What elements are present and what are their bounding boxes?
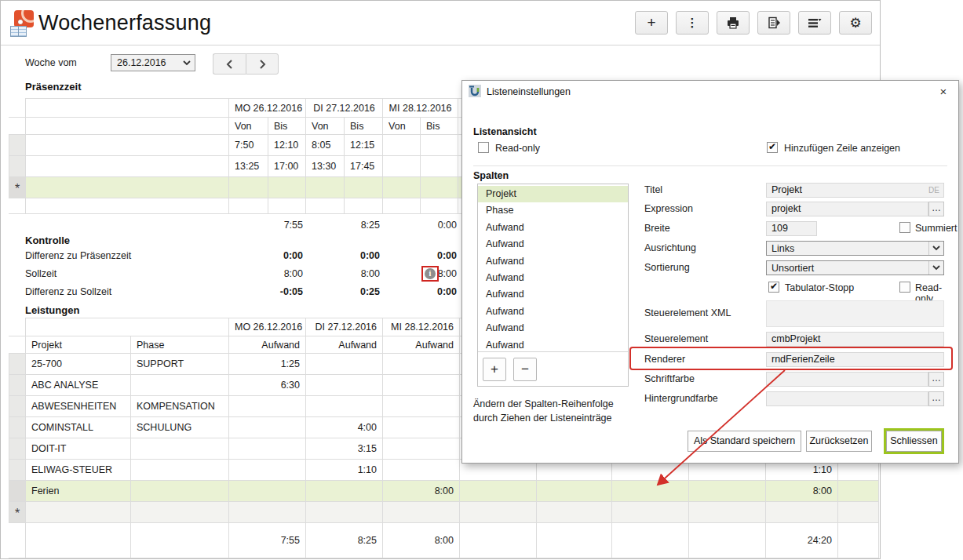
aufwand-cell[interactable] (306, 354, 383, 375)
row-selector[interactable] (9, 460, 26, 481)
new-aufwand-cell[interactable] (537, 502, 612, 523)
export-button[interactable] (757, 11, 790, 35)
aufwand-cell[interactable] (383, 417, 460, 438)
more-button[interactable]: ⋮ (676, 11, 709, 35)
aufwand-cell[interactable] (537, 481, 612, 502)
aufwand-cell[interactable] (689, 481, 766, 502)
projekt-cell[interactable]: Ferien (26, 481, 131, 502)
steuerelement-xml-input[interactable] (766, 300, 944, 327)
time-cell[interactable] (383, 156, 421, 177)
time-cell[interactable]: 7:50 (229, 135, 268, 156)
list-item[interactable]: Aufwand (478, 286, 628, 303)
add-row-marker[interactable]: * (9, 502, 26, 523)
row-selector[interactable] (9, 438, 26, 460)
aufwand-cell[interactable] (612, 481, 689, 502)
list-item[interactable]: Projekt (478, 186, 628, 202)
projekt-cell[interactable]: ABWESENHEITEN (26, 396, 131, 417)
hintergrundfarbe-more-button[interactable]: … (928, 391, 944, 406)
info-icon[interactable]: i (425, 268, 436, 279)
new-phase-cell[interactable] (131, 502, 229, 523)
settings-button[interactable]: ⚙ (839, 11, 872, 35)
aufwand-cell[interactable] (229, 481, 306, 502)
projekt-cell[interactable]: ELIWAG-STEUER (26, 460, 131, 481)
list-item[interactable]: Phase (478, 202, 628, 219)
next-week-button[interactable] (246, 53, 279, 75)
reset-button[interactable]: Zurücksetzen (806, 431, 872, 452)
time-cell[interactable] (421, 156, 458, 177)
time-cell[interactable] (383, 135, 421, 156)
schriftfarbe-more-button[interactable]: … (928, 372, 944, 387)
addrow-checkbox[interactable] (767, 142, 778, 153)
list-item[interactable]: Aufwand (478, 236, 628, 253)
tabstop-checkbox[interactable] (768, 282, 779, 293)
add-row-marker[interactable]: * (9, 177, 26, 198)
expression-input[interactable]: projekt (766, 202, 928, 216)
week-date-dropdown[interactable]: 26.12.2016 (111, 54, 195, 71)
time-cell[interactable]: 13:30 (306, 156, 345, 177)
titel-input[interactable]: ProjektDE (766, 183, 944, 198)
new-time-cell[interactable] (345, 177, 383, 198)
phase-cell[interactable] (131, 438, 229, 460)
phase-cell[interactable]: SCHULUNG (131, 417, 229, 438)
list-item[interactable]: Aufwand (478, 304, 628, 320)
new-aufwand-cell[interactable] (460, 502, 537, 523)
save-default-button[interactable]: Als Standard speichern (688, 431, 801, 452)
time-cell[interactable]: 17:45 (345, 156, 383, 177)
dialog-titlebar[interactable]: Listeneinstellungen × (462, 81, 958, 102)
projekt-cell[interactable]: 25-700 (26, 354, 131, 375)
row-selector[interactable] (9, 156, 26, 177)
new-time-cell[interactable] (268, 177, 306, 198)
aufwand-cell[interactable]: 8:00 (383, 481, 460, 502)
time-cell[interactable] (421, 135, 458, 156)
steuerelement-input[interactable]: cmbProjekt (766, 332, 944, 347)
row-selector[interactable] (9, 135, 26, 156)
previous-week-button[interactable] (213, 53, 246, 75)
aufwand-cell[interactable] (229, 396, 306, 417)
aufwand-cell[interactable] (383, 354, 460, 375)
aufwand-cell[interactable] (383, 375, 460, 396)
aufwand-cell[interactable]: 1:10 (306, 460, 383, 481)
new-time-cell[interactable] (229, 177, 268, 198)
summiert-checkbox[interactable] (899, 222, 910, 233)
row-selector[interactable] (9, 354, 26, 375)
aufwand-cell[interactable] (306, 396, 383, 417)
row-selector[interactable] (9, 481, 26, 502)
aufwand-cell[interactable] (229, 417, 306, 438)
time-cell[interactable]: 13:25 (229, 156, 268, 177)
aufwand-cell[interactable]: 4:00 (306, 417, 383, 438)
new-projekt-cell[interactable] (26, 502, 131, 523)
breite-input[interactable]: 109 (766, 221, 817, 236)
aufwand-cell[interactable]: 1:25 (229, 354, 306, 375)
close-dialog-button[interactable]: Schliessen (886, 431, 942, 452)
new-time-cell[interactable] (306, 177, 345, 198)
new-time-cell[interactable] (421, 177, 458, 198)
menu-button[interactable] (798, 11, 831, 35)
time-cell[interactable]: 12:10 (268, 135, 306, 156)
projekt-cell[interactable]: DOIT-IT (26, 438, 131, 460)
add-column-button[interactable]: + (483, 358, 506, 381)
readonly-list-checkbox[interactable] (478, 142, 489, 153)
aufwand-cell[interactable] (383, 438, 460, 460)
new-aufwand-cell[interactable] (229, 502, 306, 523)
phase-cell[interactable] (131, 375, 229, 396)
new-aufwand-cell[interactable] (612, 502, 689, 523)
new-aufwand-cell[interactable] (306, 502, 383, 523)
aufwand-cell[interactable] (383, 396, 460, 417)
print-button[interactable] (717, 11, 750, 35)
aufwand-cell[interactable] (460, 481, 537, 502)
list-item[interactable]: Aufwand (478, 270, 628, 286)
list-item[interactable]: Aufwand (478, 320, 628, 336)
close-icon[interactable]: × (936, 85, 950, 99)
row-selector[interactable] (9, 417, 26, 438)
aufwand-cell[interactable] (229, 438, 306, 460)
time-cell[interactable]: 8:05 (306, 135, 345, 156)
phase-cell[interactable] (131, 460, 229, 481)
expression-more-button[interactable]: … (928, 202, 944, 216)
hintergrundfarbe-input[interactable] (766, 391, 928, 406)
phase-cell[interactable]: SUPPORT (131, 354, 229, 375)
list-item[interactable]: Aufwand (478, 220, 628, 236)
list-item[interactable]: Aufwand (478, 253, 628, 270)
projekt-cell[interactable]: ABC ANALYSE (26, 375, 131, 396)
aufwand-cell[interactable] (383, 460, 460, 481)
ausrichtung-dropdown[interactable]: Links (766, 241, 944, 256)
